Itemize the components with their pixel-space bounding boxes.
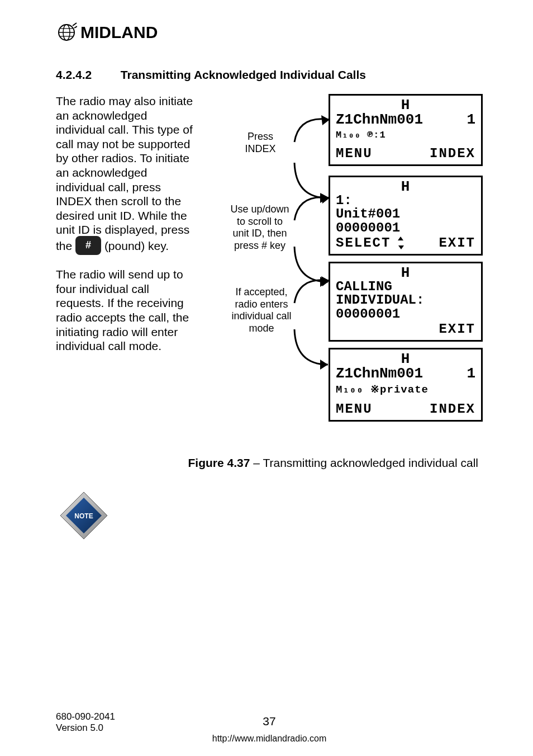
- page-footer: 680-090-2041 Version 5.0 37 http://www.m…: [56, 711, 483, 734]
- brand-wordmark: MIDLAND: [80, 23, 187, 42]
- lcd1-status: M₁₀₀ ℗:1: [336, 129, 475, 140]
- lcd2-softkey-left: SELECT: [336, 235, 391, 251]
- step-label-1: PressINDEX: [230, 131, 291, 155]
- lcd3-row2: INDIVIDUAL:: [336, 294, 475, 307]
- lcd2-row2: Unit#001: [336, 207, 475, 221]
- lcd3-softkey-right: EXIT: [439, 322, 475, 336]
- svg-marker-13: [320, 360, 328, 370]
- section-number: 4.2.4.2: [56, 68, 117, 82]
- lcd3-icon: H: [336, 266, 475, 280]
- flow-diagram: PressINDEX Use up/down to scroll to unit…: [204, 94, 483, 441]
- lcd3-row3: 00000001: [336, 308, 475, 321]
- footer-page-number: 37: [263, 715, 275, 728]
- lcd-screen-4: H Z1ChnNm001 1 M₁₀₀ ※private MENU INDEX: [329, 348, 483, 422]
- updown-icon: [391, 235, 403, 251]
- lcd2-icon: H: [336, 179, 475, 194]
- body-text-column: The radio may also initiate an acknowled…: [56, 94, 198, 365]
- flow-arrow-2: [288, 193, 332, 255]
- lcd-screen-1: H Z1ChnNm001 1 M₁₀₀ ℗:1 MENU INDEX: [329, 94, 483, 166]
- lcd4-title-right: 1: [467, 366, 475, 381]
- body-paragraph-1: The radio may also initiate an acknowled…: [56, 94, 193, 236]
- pound-key-icon: [75, 236, 101, 255]
- figure-caption-text: – Transmitting acknowledged individual c…: [250, 456, 478, 469]
- flow-arrow-3: [288, 276, 332, 338]
- lcd4-title: Z1ChnNm001: [336, 366, 423, 381]
- section-heading: 4.2.4.2 Transmitting Acknowledged Indivi…: [56, 68, 483, 82]
- lcd1-icon: H: [336, 98, 475, 112]
- lcd4-softkey-left: MENU: [336, 401, 373, 417]
- globe-icon: [56, 22, 77, 42]
- body-paragraph-1-tail-a: the: [56, 239, 75, 252]
- step-label-2: Use up/down to scroll to unit ID, then p…: [221, 204, 299, 252]
- lcd4-status: M₁₀₀ ※private: [336, 382, 475, 396]
- lcd2-softkey-right: EXIT: [439, 236, 475, 250]
- lcd1-softkey-left: MENU: [336, 146, 373, 161]
- note-icon: NOTE: [57, 489, 483, 545]
- lcd1-title-right: 1: [467, 112, 475, 127]
- lcd1-title: Z1ChnNm001: [336, 112, 423, 127]
- section-title: Transmitting Acknowledged Individual Cal…: [121, 68, 366, 81]
- figure-caption: Figure 4.37 – Transmitting acknowledged …: [56, 456, 483, 470]
- lcd2-row1: 1:: [336, 194, 475, 207]
- brand-logo: MIDLAND: [56, 22, 483, 42]
- body-paragraph-1-tail-b: (pound) key.: [104, 239, 169, 252]
- lcd-screen-2: H 1: Unit#001 00000001 SELECT EXIT: [329, 176, 483, 256]
- lcd1-softkey-right: INDEX: [430, 146, 475, 161]
- svg-text:MIDLAND: MIDLAND: [80, 23, 158, 41]
- lcd-screen-3: H CALLING INDIVIDUAL: 00000001 EXIT: [329, 262, 483, 342]
- lcd4-icon: H: [336, 352, 475, 366]
- body-paragraph-2: The radio will send up to four individua…: [56, 267, 198, 353]
- svg-line-6: [74, 26, 77, 28]
- lcd3-row1: CALLING: [336, 280, 475, 294]
- flow-arrow-1: [288, 115, 332, 177]
- footer-url: http://www.midlandradio.com: [212, 734, 327, 744]
- figure-label: Figure 4.37: [188, 456, 250, 469]
- lcd4-softkey-right: INDEX: [430, 401, 475, 417]
- svg-text:NOTE: NOTE: [74, 512, 93, 520]
- svg-line-5: [73, 23, 77, 26]
- lcd2-row3: 00000001: [336, 221, 475, 235]
